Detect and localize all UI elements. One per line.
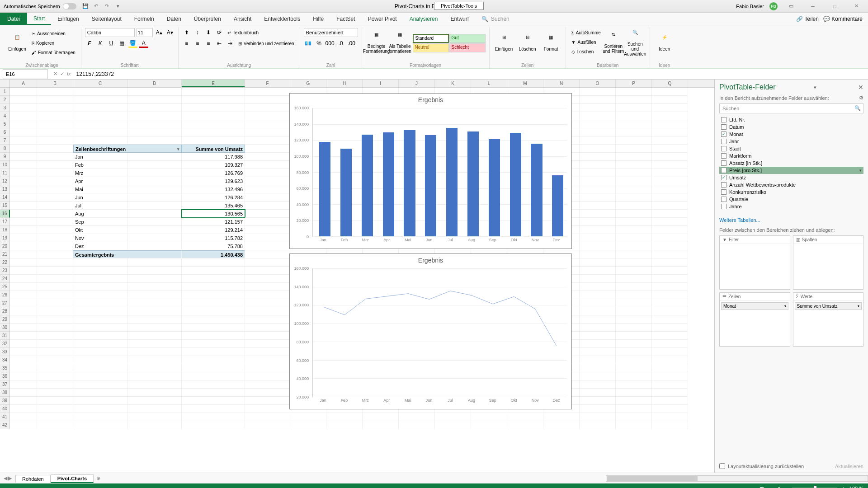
row-header[interactable]: 5 [0, 120, 10, 128]
cell[interactable]: Zeilenbeschriftungen▾ [73, 145, 182, 153]
cell[interactable] [182, 348, 245, 356]
cell[interactable] [37, 332, 73, 340]
field-item[interactable]: Anzahl Wettbewerbs-produkte [719, 181, 863, 188]
cell[interactable] [10, 185, 37, 193]
align-left-icon[interactable]: ≡ [182, 39, 191, 48]
cell[interactable] [37, 136, 73, 145]
cell[interactable] [127, 372, 182, 380]
cell[interactable] [652, 275, 688, 283]
cell[interactable] [182, 372, 245, 380]
bar[interactable] [383, 132, 394, 236]
cell[interactable] [652, 210, 688, 218]
cell[interactable] [37, 258, 73, 267]
cell[interactable] [580, 380, 616, 389]
bar[interactable] [319, 142, 330, 236]
cell[interactable] [127, 210, 182, 218]
cell[interactable] [37, 161, 73, 169]
cell[interactable] [10, 421, 37, 429]
cell[interactable] [182, 324, 245, 332]
sheet-nav-prev-icon[interactable]: ◀ [4, 475, 7, 481]
cell[interactable] [127, 112, 182, 120]
update-button[interactable]: Aktualisieren [835, 464, 863, 469]
cell[interactable] [290, 421, 326, 429]
cell[interactable] [435, 413, 471, 421]
cell[interactable] [127, 242, 182, 250]
cell[interactable] [37, 364, 73, 372]
redo-icon[interactable]: ↷ [104, 3, 111, 10]
cell[interactable] [127, 96, 182, 104]
column-headers[interactable]: ABCDEFGHIJKLMNOPQ [0, 80, 714, 88]
cell[interactable] [10, 120, 37, 128]
cell[interactable] [127, 380, 182, 389]
formula-input[interactable] [74, 69, 868, 79]
cell[interactable] [326, 421, 363, 429]
cell[interactable] [616, 242, 652, 250]
cell[interactable] [245, 177, 290, 185]
col-header-G[interactable]: G [290, 80, 326, 87]
cell[interactable] [182, 283, 245, 291]
cell[interactable] [37, 177, 73, 185]
cell[interactable] [616, 210, 652, 218]
cell[interactable] [616, 169, 652, 177]
cell[interactable] [127, 397, 182, 405]
cell[interactable] [245, 136, 290, 145]
row-header[interactable]: 8 [0, 145, 10, 153]
cell[interactable] [652, 283, 688, 291]
cell[interactable]: 75.788 [182, 242, 245, 250]
col-header-M[interactable]: M [507, 80, 543, 87]
checkbox-icon[interactable] [721, 153, 726, 159]
zoom-level[interactable]: 100 % [849, 486, 863, 488]
cell[interactable] [127, 315, 182, 324]
cell[interactable] [245, 234, 290, 242]
row-header[interactable]: 26 [0, 291, 10, 299]
cell[interactable] [652, 234, 688, 242]
field-item[interactable]: Stadt [719, 145, 863, 152]
cell[interactable] [616, 161, 652, 169]
cell[interactable] [580, 218, 616, 226]
area-zeilen[interactable]: ☰Zeilen Monat▾ [719, 292, 790, 347]
cell[interactable] [37, 242, 73, 250]
cell[interactable] [182, 380, 245, 389]
cell[interactable] [37, 413, 73, 421]
cell[interactable] [127, 340, 182, 348]
cell[interactable] [73, 372, 127, 380]
style-schlecht[interactable]: Schlecht [449, 43, 486, 52]
cell[interactable] [37, 348, 73, 356]
cell[interactable]: 117.988 [182, 153, 245, 161]
cell[interactable] [10, 193, 37, 202]
row-header[interactable]: 18 [0, 226, 10, 234]
cell[interactable]: Nov [73, 234, 127, 242]
cell[interactable]: 121.157 [182, 218, 245, 226]
cell[interactable] [127, 218, 182, 226]
cell[interactable] [245, 145, 290, 153]
cell[interactable] [652, 332, 688, 340]
cell[interactable] [182, 340, 245, 348]
cell[interactable] [652, 291, 688, 299]
cell[interactable] [580, 275, 616, 283]
cell[interactable] [616, 185, 652, 193]
cell[interactable] [580, 202, 616, 210]
cell[interactable] [10, 218, 37, 226]
row-header[interactable]: 40 [0, 405, 10, 413]
row-header[interactable]: 12 [0, 177, 10, 185]
font-color-button[interactable]: A [139, 39, 148, 48]
row-header[interactable]: 15 [0, 202, 10, 210]
cell[interactable]: 1.450.438 [182, 250, 245, 258]
defer-layout-checkbox[interactable] [719, 463, 725, 469]
increase-font-icon[interactable]: A▴ [155, 28, 164, 37]
cell[interactable] [326, 413, 363, 421]
cell[interactable] [127, 275, 182, 283]
col-header-C[interactable]: C [73, 80, 127, 87]
cell[interactable] [127, 177, 182, 185]
cell[interactable] [616, 348, 652, 356]
cell[interactable] [127, 356, 182, 364]
cell[interactable]: 130.565 [182, 210, 245, 218]
field-item[interactable]: Marktform [719, 152, 863, 160]
cell[interactable] [652, 364, 688, 372]
cell[interactable] [616, 145, 652, 153]
row-header[interactable]: 32 [0, 340, 10, 348]
cell[interactable] [73, 307, 127, 315]
cell[interactable] [10, 364, 37, 372]
cell[interactable] [616, 120, 652, 128]
cell[interactable]: Jan [73, 153, 127, 161]
